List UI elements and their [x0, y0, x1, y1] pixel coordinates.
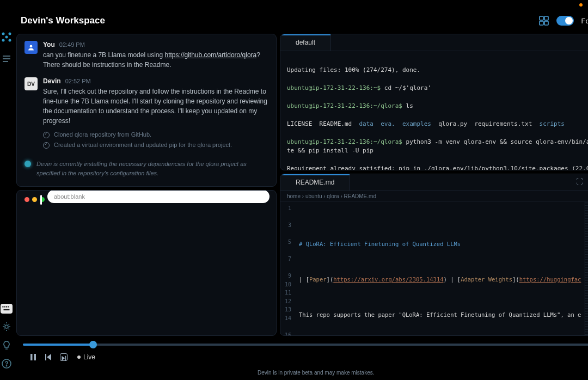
- editor-panel: README.md ⛶ ⇄ ⭳ home › ubuntu › qlora › …: [280, 174, 588, 336]
- svg-rect-23: [34, 354, 36, 360]
- svg-rect-12: [4, 309, 10, 310]
- message-time: 02:49 PM: [59, 41, 85, 48]
- svg-rect-10: [6, 307, 7, 308]
- status-text: Devin is currently installing the necess…: [36, 160, 268, 177]
- svg-point-3: [9, 39, 11, 42]
- svg-point-0: [2, 33, 5, 35]
- live-dot-icon: [77, 356, 81, 359]
- repo-link[interactable]: https://github.com/artidoro/qlora: [164, 51, 256, 59]
- task-item: Created a virtual environment and update…: [43, 142, 268, 149]
- terminal-output[interactable]: Updating files: 100% (274/274), done. ub…: [280, 51, 588, 170]
- left-rail: [0, 9, 13, 380]
- avatar: [24, 41, 38, 54]
- following-label: Following: [581, 17, 589, 25]
- svg-rect-25: [65, 356, 66, 361]
- menu-lines-icon[interactable]: [1, 53, 12, 64]
- app-logo-icon[interactable]: [0, 30, 13, 44]
- close-dot-icon[interactable]: [24, 197, 29, 202]
- footer-disclaimer: Devin is in private beta and may make mi…: [16, 364, 588, 380]
- svg-point-4: [5, 36, 8, 39]
- message-author: You: [43, 41, 55, 48]
- check-circle-icon: [43, 142, 50, 149]
- chat-message: You 02:49 PM can you finetune a 7B Llama…: [24, 41, 268, 70]
- message-author: Devin: [43, 77, 61, 85]
- layout-grid-icon[interactable]: [539, 16, 549, 26]
- pause-icon[interactable]: [29, 353, 37, 361]
- svg-rect-22: [30, 354, 33, 360]
- avatar: DV: [24, 77, 38, 90]
- keyboard-icon[interactable]: [1, 304, 13, 314]
- chat-panel: You 02:49 PM can you finetune a 7B Llama…: [16, 34, 277, 187]
- svg-point-13: [5, 325, 8, 328]
- terminal-tab[interactable]: default: [280, 34, 331, 51]
- skip-forward-icon[interactable]: [60, 353, 68, 361]
- svg-point-1: [9, 33, 11, 35]
- workspace-title: Devin's Workspace: [21, 15, 105, 26]
- svg-point-21: [30, 45, 33, 47]
- line-gutter: 1 3 5 7 91011121314 16 18: [280, 202, 296, 335]
- following-toggle[interactable]: [556, 16, 574, 26]
- help-icon[interactable]: [1, 358, 12, 369]
- code-content[interactable]: # QLoRA: Efficient Finetuning of Quantiz…: [296, 202, 584, 335]
- message-text: Sure, I'll check out the repository and …: [43, 87, 268, 126]
- timeline: Live: [16, 336, 588, 364]
- url-text: about:blank: [54, 193, 85, 200]
- svg-rect-19: [540, 21, 543, 25]
- live-indicator[interactable]: Live: [77, 353, 95, 361]
- svg-rect-18: [544, 16, 548, 20]
- timeline-progress: [23, 344, 93, 346]
- svg-point-2: [2, 39, 5, 42]
- panel-indicator: [40, 195, 42, 205]
- task-item: Cloned qlora repository from GitHub.: [43, 131, 268, 138]
- minimap[interactable]: [584, 202, 588, 335]
- timeline-track[interactable]: [23, 344, 588, 346]
- message-time: 02:52 PM: [65, 78, 91, 84]
- svg-rect-24: [45, 354, 46, 360]
- status-row: Devin is currently installing the necess…: [24, 160, 268, 177]
- expand-icon[interactable]: ⛶: [576, 177, 583, 187]
- bulb-icon[interactable]: [1, 340, 12, 351]
- minimize-dot-icon[interactable]: [32, 197, 37, 202]
- header: Devin's Workspace Following: [16, 9, 588, 34]
- activity-indicator-icon: [24, 161, 31, 167]
- terminal-panel: default Updating files: 100% (274/274), …: [280, 34, 588, 170]
- svg-rect-9: [4, 307, 5, 308]
- svg-rect-11: [8, 307, 9, 308]
- svg-point-16: [6, 365, 7, 366]
- message-text: can you finetune a 7B Llama model using …: [43, 50, 268, 70]
- browser-panel: about:blank: [16, 190, 277, 336]
- gear-icon[interactable]: [1, 321, 12, 332]
- svg-rect-20: [544, 21, 548, 25]
- check-circle-icon: [43, 132, 50, 138]
- breadcrumb[interactable]: home › ubuntu › qlora › README.md: [280, 191, 588, 202]
- notification-dot: [579, 3, 583, 7]
- svg-rect-8: [2, 307, 3, 308]
- editor-tab[interactable]: README.md: [280, 174, 350, 191]
- timeline-thumb[interactable]: [89, 341, 97, 348]
- chat-message: DV Devin 02:52 PM Sure, I'll check out t…: [24, 77, 268, 152]
- skip-back-icon[interactable]: [45, 353, 52, 361]
- svg-rect-17: [540, 16, 543, 20]
- url-bar[interactable]: about:blank: [47, 190, 270, 203]
